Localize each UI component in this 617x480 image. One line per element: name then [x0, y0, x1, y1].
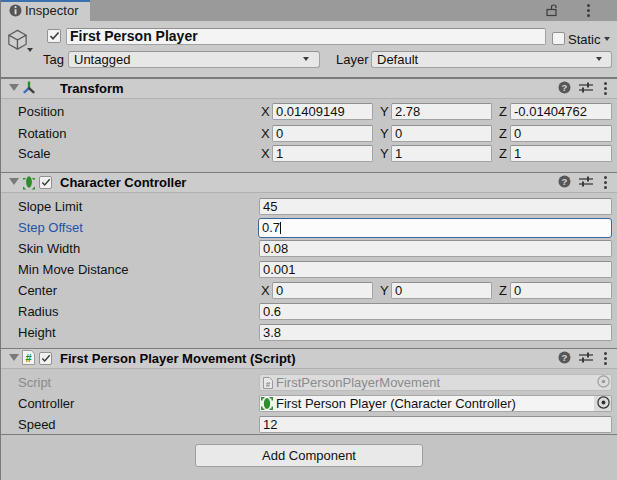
- svg-text:#: #: [266, 380, 271, 389]
- svg-text:?: ?: [562, 82, 568, 93]
- svg-text:?: ?: [562, 176, 568, 187]
- svg-text:#: #: [26, 352, 32, 364]
- svg-text:?: ?: [562, 352, 568, 363]
